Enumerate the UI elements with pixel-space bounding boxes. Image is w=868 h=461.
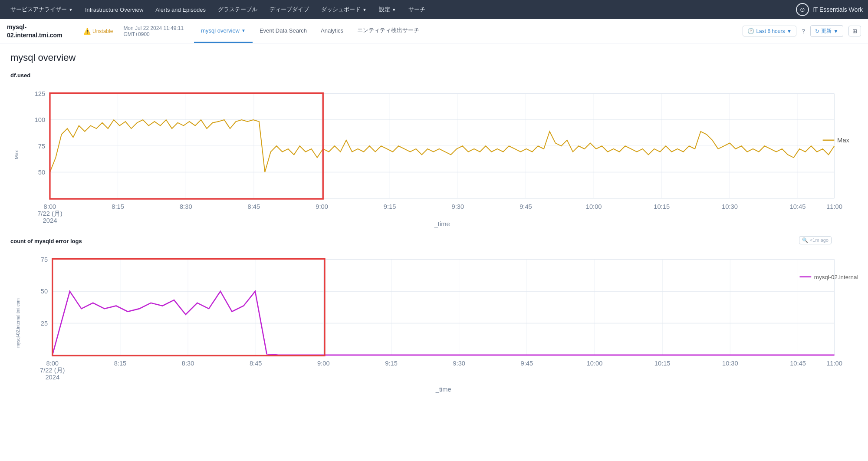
top-navigation: サービスアナライザー ▼ Infrastructure Overview Ale…	[0, 0, 868, 19]
help-icon[interactable]: ?	[802, 28, 805, 35]
svg-text:10:45: 10:45	[790, 360, 806, 367]
dropdown-arrow: ▼	[69, 7, 73, 12]
warning-icon: ⚠️	[83, 28, 91, 35]
sub-header-actions: 🕐 Last 6 hours ▼ ? ↻ 更新 ▼ ⊞	[743, 25, 861, 37]
chart1-inner: 125 100 75 50	[21, 82, 858, 227]
svg-text:9:00: 9:00	[317, 360, 330, 367]
svg-text:9:30: 9:30	[453, 360, 465, 367]
nav-item-glass-table[interactable]: グラステーブル	[213, 3, 263, 16]
svg-text:10:00: 10:00	[586, 203, 602, 210]
svg-text:8:00: 8:00	[46, 360, 59, 367]
svg-text:75: 75	[38, 143, 45, 150]
svg-text:8:45: 8:45	[250, 360, 262, 367]
tab-analytics[interactable]: Analytics	[314, 19, 350, 43]
svg-text:2024: 2024	[45, 374, 59, 381]
chart-mysqld-errors: count of mysqld error logs 🔍 <1m ago mys…	[10, 238, 858, 398]
sub-header: mysql- 02.internal.tmi.com ⚠️ Unstable M…	[0, 19, 868, 43]
nav-item-alerts[interactable]: Alerts and Episodes	[150, 4, 211, 16]
nav-item-search[interactable]: サーチ	[403, 3, 431, 16]
svg-text:10:30: 10:30	[722, 360, 738, 367]
svg-text:9:15: 9:15	[384, 203, 396, 210]
tab-event-data-search[interactable]: Event Data Search	[253, 19, 314, 43]
svg-text:8:00: 8:00	[44, 203, 56, 210]
svg-text:100: 100	[35, 116, 46, 123]
svg-text:7/22 (月): 7/22 (月)	[40, 367, 65, 374]
chart2-y-axis-label: mysql-02.internal.tmi.com	[10, 248, 23, 398]
svg-text:2024: 2024	[43, 217, 57, 224]
chart1-y-axis-label: Max	[10, 82, 21, 227]
svg-text:9:45: 9:45	[521, 360, 533, 367]
time-range-button[interactable]: 🕐 Last 6 hours ▼	[743, 26, 796, 36]
refresh-icon: ↻	[815, 28, 819, 34]
svg-text:8:15: 8:15	[112, 203, 124, 210]
chart1-wrapper: Max 125 100 75 50	[10, 82, 858, 227]
svg-text:8:15: 8:15	[114, 360, 127, 367]
nav-item-deep-dive[interactable]: ディープダイブ	[264, 3, 314, 16]
nav-item-service-analyzer[interactable]: サービスアナライザー ▼	[5, 3, 78, 16]
page-title: mysql overview	[10, 52, 858, 63]
main-content: mysql overview df.used Max 125 100 75 50	[0, 43, 868, 418]
svg-text:8:30: 8:30	[182, 360, 194, 367]
svg-text:_time: _time	[435, 386, 451, 393]
hostname: mysql- 02.internal.tmi.com	[7, 23, 76, 39]
svg-text:8:45: 8:45	[248, 203, 260, 210]
svg-text:10:15: 10:15	[654, 360, 671, 367]
svg-text:75: 75	[41, 256, 48, 263]
nav-item-infrastructure[interactable]: Infrastructure Overview	[80, 4, 148, 16]
svg-text:9:00: 9:00	[316, 203, 328, 210]
brand-icon: ⊙	[796, 3, 809, 16]
chart2-svg: 75 50 25	[23, 248, 858, 398]
tab-dropdown-arrow: ▼	[241, 28, 246, 33]
svg-text:10:45: 10:45	[790, 203, 806, 210]
tab-mysql-overview[interactable]: mysql overview ▼	[194, 19, 253, 43]
svg-text:9:30: 9:30	[452, 203, 464, 210]
search-icon: 🔍	[802, 237, 808, 243]
host-info: mysql- 02.internal.tmi.com	[7, 23, 76, 39]
grid-icon: ⊞	[852, 28, 857, 34]
chart2-wrapper: mysql-02.internal.tmi.com 75 50 25	[10, 248, 858, 398]
svg-rect-79	[53, 259, 325, 356]
time-range-arrow: ▼	[786, 28, 792, 34]
refresh-button[interactable]: ↻ 更新 ▼	[810, 25, 843, 37]
svg-text:10:00: 10:00	[587, 360, 603, 367]
chart2-inner: 75 50 25	[23, 248, 858, 398]
svg-text:10:30: 10:30	[722, 203, 738, 210]
svg-text:50: 50	[41, 288, 48, 295]
nav-item-settings[interactable]: 設定 ▼	[374, 3, 401, 16]
nav-brand: ⊙ IT Essentials Work	[796, 3, 863, 16]
svg-text:7/22 (月): 7/22 (月)	[37, 210, 62, 217]
svg-text:9:15: 9:15	[385, 360, 398, 367]
chart-search-bar[interactable]: 🔍 <1m ago	[799, 236, 832, 244]
status-badge: ⚠️ Unstable	[83, 28, 113, 35]
sub-tabs: mysql overview ▼ Event Data Search Analy…	[194, 19, 736, 43]
dropdown-arrow-2: ▼	[362, 7, 367, 12]
nav-item-dashboard[interactable]: ダッシュボード ▼	[316, 3, 372, 16]
svg-text:50: 50	[38, 169, 45, 176]
svg-text:125: 125	[35, 90, 46, 97]
svg-text:25: 25	[41, 320, 48, 327]
svg-text:8:30: 8:30	[180, 203, 192, 210]
svg-text:Max: Max	[837, 137, 849, 144]
tab-entity-search[interactable]: エンティティ検出サーチ	[350, 19, 426, 43]
chart-df-used: df.used Max 125 100 75 50	[10, 72, 858, 227]
clock-icon: 🕐	[747, 28, 754, 34]
dropdown-arrow-3: ▼	[392, 7, 396, 12]
refresh-arrow: ▼	[833, 28, 838, 34]
svg-text:11:00: 11:00	[826, 203, 842, 210]
chart1-label: df.used	[10, 72, 858, 79]
grid-layout-button[interactable]: ⊞	[848, 26, 861, 36]
svg-text:9:45: 9:45	[519, 203, 532, 210]
chart1-svg: 125 100 75 50	[21, 82, 858, 227]
svg-text:11:00: 11:00	[826, 360, 842, 367]
svg-text:_time: _time	[434, 221, 450, 227]
svg-text:10:15: 10:15	[654, 203, 670, 210]
chart2-label: count of mysqld error logs	[10, 238, 858, 244]
svg-text:mysql-02.internal.tmi.com: mysql-02.internal.tmi.com	[814, 274, 858, 280]
timestamp: Mon Jul 22 2024 11:49:11 GMT+0900	[123, 25, 184, 37]
